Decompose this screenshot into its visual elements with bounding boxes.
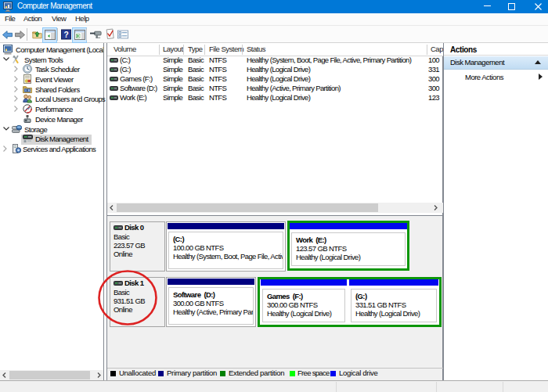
svg-text:?: ? <box>64 31 69 39</box>
